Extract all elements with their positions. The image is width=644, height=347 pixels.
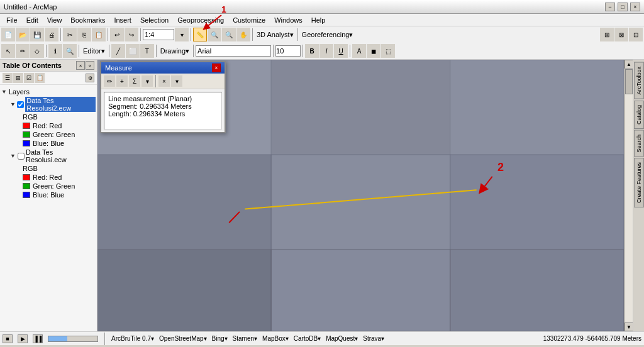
layer2-label[interactable]: Data Tes Resolusi.ecw <box>26 148 96 163</box>
sidebar-tab-create-features[interactable]: Create Features <box>634 158 644 207</box>
fill-color[interactable]: ◼ <box>367 44 380 58</box>
dialog-title: Measure <box>105 64 132 72</box>
edit-tool[interactable]: ✏ <box>16 44 30 58</box>
measure-type-dropdown[interactable]: ▾ <box>142 75 153 87</box>
measure-add-tool[interactable]: + <box>116 75 128 87</box>
scroll-thumb[interactable] <box>625 69 633 94</box>
bold-button[interactable]: B <box>305 44 319 58</box>
fontsize-input[interactable] <box>275 45 301 57</box>
paste-button[interactable]: 📋 <box>92 28 106 41</box>
draw-line[interactable]: ╱ <box>111 44 125 58</box>
select-button[interactable]: ↖ <box>1 44 15 58</box>
basemap-mapquest[interactable]: MapQuest▾ <box>326 335 358 342</box>
menu-view[interactable]: View <box>43 15 66 25</box>
toc-pin-button[interactable]: × <box>76 61 85 70</box>
basemap-mapbox[interactable]: MapBox▾ <box>262 335 289 342</box>
scale-input[interactable] <box>143 29 174 40</box>
redo-button[interactable]: ↪ <box>125 28 138 41</box>
toc-source-view[interactable]: 📋 <box>35 73 45 83</box>
draw-poly[interactable]: ⬜ <box>126 44 140 58</box>
menu-edit[interactable]: Edit <box>23 15 42 25</box>
layer1-rgb: RGB <box>23 113 96 121</box>
tool-2[interactable]: ⊠ <box>614 28 628 41</box>
vertex-tool[interactable]: ◇ <box>30 44 44 58</box>
separator-1 <box>60 28 61 41</box>
basemap-stamen[interactable]: Stamen▾ <box>233 335 257 342</box>
toc-selection-view[interactable]: ☑ <box>24 73 34 83</box>
measure-options-dropdown[interactable]: ▾ <box>171 75 182 87</box>
play-button[interactable]: ▶ <box>18 334 28 343</box>
analyst-label[interactable]: 3D Analyst▾ <box>255 31 296 39</box>
layer1-label[interactable]: Data Tes Resolusi2.ecw <box>25 97 96 112</box>
stop-button[interactable]: ■ <box>3 334 13 343</box>
layers-expand[interactable]: ▼ <box>1 89 8 95</box>
scroll-up-button[interactable]: ▲ <box>625 60 633 69</box>
menu-help[interactable]: Help <box>308 15 330 25</box>
basemap-bing[interactable]: Bing▾ <box>212 335 228 342</box>
save-button[interactable]: 💾 <box>30 28 44 41</box>
menu-file[interactable]: File <box>3 15 21 25</box>
menu-insert[interactable]: Insert <box>110 15 135 25</box>
toolbar-row-2: ↖ ✏ ◇ ℹ 🔍 Editor▾ ╱ ⬜ T Drawing▾ B I U A… <box>0 43 644 59</box>
map-area[interactable]: Measure × ✏ + Σ ▾ × ▾ Line measurement (… <box>97 60 624 331</box>
tool-3[interactable]: ⊡ <box>629 28 643 41</box>
close-button[interactable]: × <box>630 3 640 11</box>
sidebar-tab-search[interactable]: Search <box>634 130 644 157</box>
measure-sum-tool[interactable]: Σ <box>129 75 140 87</box>
scroll-down-button[interactable]: ▼ <box>625 322 633 331</box>
layer1-expand[interactable]: ▼ <box>10 101 16 107</box>
maximize-button[interactable]: □ <box>618 3 628 11</box>
basemap-osm[interactable]: OpenStreetMap▾ <box>159 335 207 342</box>
identify-tool[interactable]: ℹ <box>48 44 62 58</box>
toc-options-button[interactable]: ⚙ <box>86 74 94 82</box>
cut-button[interactable]: ✂ <box>63 28 77 41</box>
scroll-track[interactable] <box>625 69 633 322</box>
tool-1[interactable]: ⊞ <box>600 28 614 41</box>
editor-label[interactable]: Editor▾ <box>81 47 107 55</box>
toc-list-view[interactable]: ☰ <box>3 73 13 83</box>
sidebar-tab-arctoolbox[interactable]: ArcToolbox <box>634 62 644 99</box>
undo-button[interactable]: ↩ <box>110 28 124 41</box>
drawing-label[interactable]: Drawing▾ <box>158 47 191 55</box>
minimize-button[interactable]: − <box>605 3 615 11</box>
menu-customize[interactable]: Customize <box>229 15 269 25</box>
toc-header: Table Of Contents × « <box>0 60 97 72</box>
toc-layers-view[interactable]: ⊞ <box>13 73 23 83</box>
layer2-expand[interactable]: ▼ <box>10 153 16 159</box>
measure-clear-button[interactable]: × <box>158 75 170 87</box>
menu-bookmarks[interactable]: Bookmarks <box>67 15 109 25</box>
pause-button[interactable]: ▐▐ <box>33 334 43 343</box>
basemap-arcbrutile[interactable]: ArcBruTile 0.7▾ <box>111 335 154 342</box>
line-color[interactable]: ⬚ <box>381 44 395 58</box>
layer1-checkbox[interactable] <box>17 101 24 108</box>
find-tool[interactable]: 🔍 <box>63 44 77 58</box>
copy-button[interactable]: ⎘ <box>77 28 91 41</box>
measure-line2: Segment: 0.296334 Meters <box>108 102 218 110</box>
underline-button[interactable]: U <box>334 44 348 58</box>
layer2-checkbox[interactable] <box>18 153 25 160</box>
layer2-red-label: Red: Red <box>33 174 62 181</box>
dialog-close-button[interactable]: × <box>212 63 221 72</box>
scale-dropdown[interactable]: ▾ <box>175 28 189 41</box>
print-button[interactable]: 🖨 <box>45 28 58 41</box>
toc-collapse-button[interactable]: « <box>86 61 94 70</box>
font-input[interactable] <box>196 45 271 57</box>
menu-windows[interactable]: Windows <box>270 15 306 25</box>
basemap-cartodb[interactable]: CartoDB▾ <box>294 335 321 342</box>
sidebar-tab-catalog[interactable]: Catalog <box>634 101 644 129</box>
basemap-strava[interactable]: Strava▾ <box>363 335 384 342</box>
text-color[interactable]: A <box>352 44 366 58</box>
layer2-header: ▼ Data Tes Resolusi.ecw <box>10 148 96 164</box>
draw-text[interactable]: T <box>140 44 154 58</box>
georef-label[interactable]: Georeferencing▾ <box>300 31 355 39</box>
measure-draw-tool[interactable]: ✏ <box>104 75 115 87</box>
open-button[interactable]: 📂 <box>16 28 30 41</box>
layer1-red-swatch <box>23 123 30 129</box>
sep-d7 <box>303 45 303 57</box>
italic-button[interactable]: I <box>319 44 333 58</box>
pan-button[interactable]: ✋ <box>236 28 250 41</box>
menu-selection[interactable]: Selection <box>136 15 172 25</box>
annotation2-label: 2 <box>497 161 504 174</box>
sep-d1 <box>46 45 47 57</box>
new-button[interactable]: 📄 <box>1 28 15 41</box>
